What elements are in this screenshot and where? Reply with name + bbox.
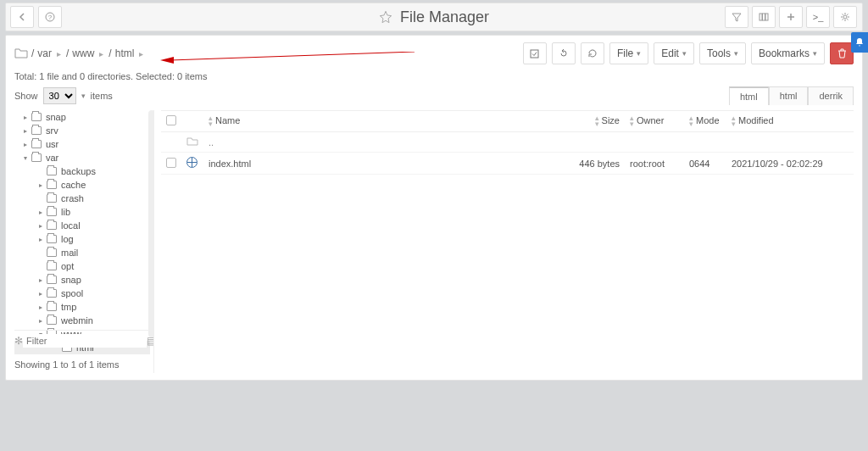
tree-caret-icon[interactable]: ▸ <box>36 290 45 298</box>
tree-node[interactable]: ▸usr <box>14 137 150 151</box>
html-file-icon <box>186 157 198 168</box>
path-tab[interactable]: derrik <box>808 86 854 105</box>
tree-caret-icon[interactable]: ▸ <box>36 236 45 243</box>
redo-button[interactable] <box>552 42 576 64</box>
tree-node[interactable]: ▸spool <box>14 287 150 300</box>
tools-menu[interactable]: Tools▾ <box>699 42 746 64</box>
page-title-text: File Manager <box>400 8 489 25</box>
tree-node[interactable]: ▾var <box>14 151 150 164</box>
tree-node-label: opt <box>61 261 74 271</box>
tree-node[interactable]: backups <box>14 164 150 178</box>
tree-node[interactable]: ▸lib <box>14 205 150 219</box>
path-tab[interactable]: html <box>729 86 769 105</box>
tree-node-label: spool <box>61 288 83 298</box>
tree-node[interactable]: mail <box>14 246 150 259</box>
settings-icon-button[interactable] <box>833 6 857 28</box>
sort-icon[interactable]: ▴▾ <box>732 115 736 127</box>
page-size-select[interactable]: 30 <box>43 87 76 104</box>
folder-icon <box>47 248 57 257</box>
path-tab[interactable]: html <box>769 86 809 105</box>
tree-node[interactable]: ▸local <box>14 219 150 232</box>
folder-icon <box>31 126 42 135</box>
refresh-button[interactable] <box>581 42 604 64</box>
svg-point-5 <box>843 15 847 19</box>
folder-icon <box>31 153 42 162</box>
table-row[interactable]: index.html446 bytesroot:root06442021/10/… <box>161 153 854 175</box>
tree-node[interactable]: ▸srv <box>14 124 150 137</box>
folder-icon <box>47 221 57 230</box>
status-text: Total: 1 file and 0 directories. Selecte… <box>6 70 862 86</box>
tree-node[interactable]: ▸snap <box>14 273 150 287</box>
item-count-text: Showing 1 to 1 of 1 items <box>14 359 120 370</box>
edit-menu[interactable]: Edit▾ <box>654 42 694 64</box>
file-menu[interactable]: File▾ <box>609 42 648 64</box>
tree-node[interactable]: ▸snap <box>14 110 150 124</box>
breadcrumb-item[interactable]: html <box>114 47 136 59</box>
column-size: ▴▾Size <box>557 111 625 132</box>
tree-node[interactable]: ▸tmp <box>14 300 150 314</box>
row-checkbox[interactable] <box>166 158 176 168</box>
tree-caret-icon[interactable]: ▸ <box>21 127 30 135</box>
help-button[interactable]: ? <box>38 6 62 28</box>
folder-icon[interactable] <box>14 47 28 60</box>
sort-icon[interactable]: ▴▾ <box>595 115 599 127</box>
breadcrumb-item[interactable]: var <box>36 47 53 59</box>
breadcrumb-root[interactable]: / <box>30 47 36 59</box>
folder-icon <box>47 276 57 284</box>
directory-tree: ▸snap▸srv▸usr▾varbackups▸cachecrash▸lib▸… <box>14 110 150 354</box>
filter-icon-button[interactable] <box>725 6 748 28</box>
tree-node-label: local <box>61 220 81 231</box>
filter-options-icon[interactable]: ✻ <box>14 335 23 347</box>
svg-rect-4 <box>765 14 768 20</box>
cell-owner: root:root <box>625 153 684 175</box>
tree-caret-icon[interactable]: ▸ <box>36 276 45 284</box>
tree-node[interactable]: opt <box>14 259 150 273</box>
tree-caret-icon[interactable]: ▸ <box>36 181 45 189</box>
folder-icon <box>47 316 57 325</box>
parent-dir-row[interactable]: .. <box>161 132 854 153</box>
tree-caret-icon[interactable]: ▾ <box>21 154 30 162</box>
cell-name: index.html <box>203 153 557 175</box>
back-button[interactable] <box>10 6 34 28</box>
column-owner: ▴▾Owner <box>625 111 684 132</box>
svg-rect-2 <box>760 14 762 20</box>
notifications-button[interactable] <box>851 32 868 53</box>
folder-icon <box>31 113 42 121</box>
tree-caret-icon[interactable]: ▸ <box>36 303 45 311</box>
tree-node-label: srv <box>46 125 58 136</box>
add-icon-button[interactable] <box>779 6 803 28</box>
tree-caret-icon[interactable]: ▸ <box>36 317 45 325</box>
tree-filter-input[interactable] <box>23 334 147 348</box>
show-label: Show <box>14 91 38 101</box>
tree-folder-icon[interactable]: ▤ <box>147 335 154 347</box>
sort-icon[interactable]: ▴▾ <box>689 115 693 127</box>
tree-node[interactable]: ▸webmin <box>14 314 150 327</box>
bookmarks-menu[interactable]: Bookmarks▾ <box>751 42 825 64</box>
select-all-button[interactable] <box>523 42 547 64</box>
column-modified: ▴▾Modified <box>726 111 854 132</box>
delete-button[interactable] <box>830 42 854 64</box>
tree-node[interactable]: ▸cache <box>14 178 150 192</box>
tree-node[interactable]: ▸log <box>14 232 150 246</box>
sort-icon[interactable]: ▴▾ <box>630 115 634 127</box>
sort-icon[interactable]: ▴▾ <box>209 115 213 127</box>
tree-node-label: webmin <box>61 315 93 326</box>
tree-caret-icon[interactable]: ▸ <box>36 222 45 230</box>
breadcrumb-sep: / <box>107 47 113 59</box>
tree-caret-icon[interactable]: ▸ <box>21 114 30 121</box>
caret-down-icon: ▾ <box>81 92 86 100</box>
annotation-arrow <box>160 52 415 69</box>
terminal-icon-button[interactable]: >_ <box>806 6 830 28</box>
folder-icon <box>47 235 57 243</box>
bell-icon <box>854 37 865 47</box>
breadcrumb-item[interactable]: www <box>70 47 96 59</box>
breadcrumb: / var ▸ / www ▸ / html ▸ <box>14 47 523 60</box>
columns-icon-button[interactable] <box>752 6 776 28</box>
tree-node[interactable]: crash <box>14 192 150 205</box>
tree-caret-icon[interactable]: ▸ <box>36 209 45 216</box>
chevron-right-icon: ▸ <box>136 49 147 58</box>
tree-scrollbar[interactable] <box>148 110 154 337</box>
tree-caret-icon[interactable]: ▸ <box>21 141 30 148</box>
tree-node-label: tmp <box>61 302 76 312</box>
select-all-checkbox[interactable] <box>166 115 176 125</box>
